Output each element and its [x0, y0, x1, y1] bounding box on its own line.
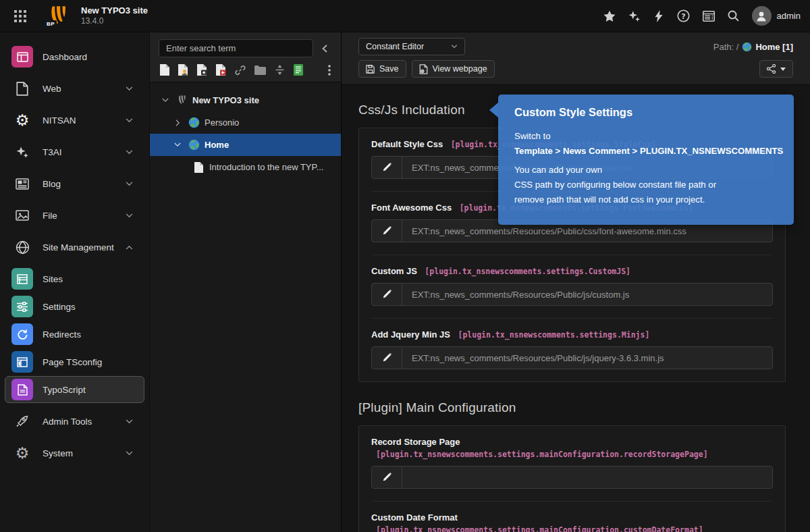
gear-outline-icon: ⚙: [14, 444, 31, 462]
save-label: Save: [379, 64, 399, 74]
system-log-icon[interactable]: [703, 11, 715, 22]
record-storage-page-input[interactable]: [402, 467, 772, 488]
sidebar-item-label: System: [43, 448, 73, 458]
sidebar-item-web[interactable]: Web: [0, 75, 149, 102]
chevron-down-icon: [126, 86, 133, 91]
tree-node-label: Introduction to the new TYP...: [209, 162, 323, 172]
collapse-expand-icon[interactable]: [275, 65, 285, 75]
tree-node-root[interactable]: New TYPO3 site: [150, 89, 341, 111]
app-title-block: New TYPO3 site 13.4.0: [81, 5, 148, 26]
logo-badge: BP: [45, 20, 57, 28]
pencil-edit-icon[interactable]: [372, 220, 402, 242]
page-remove-icon[interactable]: [216, 64, 226, 76]
chevron-down-icon: [451, 45, 458, 49]
tree-node-home[interactable]: Home: [150, 134, 341, 156]
newspaper-icon: [14, 175, 31, 192]
field-label: Default Style Css: [371, 139, 443, 149]
chevron-right-icon[interactable]: [172, 119, 183, 126]
page-plus-icon[interactable]: [197, 64, 207, 76]
sidebar-item-system[interactable]: ⚙ System: [0, 440, 149, 467]
chevron-down-icon: [126, 182, 133, 186]
globe-icon: [14, 238, 31, 256]
sidebar-item-settings[interactable]: Settings: [0, 293, 149, 320]
typo3-logo[interactable]: BP: [46, 4, 70, 28]
sidebar-item-label: NITSAN: [43, 115, 76, 126]
input-group: [371, 466, 773, 489]
sidebar-item-admin-tools[interactable]: Admin Tools: [0, 408, 149, 435]
avatar: [752, 6, 772, 26]
new-page-user-icon[interactable]: [178, 64, 188, 76]
path-prefix: Path: /: [713, 42, 739, 52]
sidebar-item-site-management[interactable]: Site Management: [0, 234, 149, 261]
tree-node-introduction[interactable]: Introduction to the new TYP...: [150, 156, 341, 178]
field-label: Custom Date Format: [371, 512, 458, 523]
pencil-edit-icon[interactable]: [372, 157, 402, 178]
bookmark-star-icon[interactable]: [603, 10, 616, 22]
input-group: [371, 346, 773, 369]
field-label: Record Storage Page: [371, 437, 460, 447]
sidebar-item-file[interactable]: File: [0, 202, 149, 229]
tree-node-personio[interactable]: Personio: [150, 111, 341, 134]
chevron-down-icon: [126, 213, 133, 218]
pencil-edit-icon[interactable]: [372, 347, 402, 369]
sidebar-item-blog[interactable]: Blog: [0, 170, 149, 197]
section-title-plugin: [Plugin] Main Configuration: [358, 400, 786, 415]
globe-page-icon: [742, 42, 752, 52]
chevron-down-icon: [126, 451, 133, 456]
tooltip-line-switch: Switch to: [514, 129, 778, 144]
share-nodes-icon: [767, 64, 776, 74]
clear-cache-bolt-icon[interactable]: [653, 10, 664, 22]
share-button[interactable]: [759, 60, 793, 78]
sidebar-item-sites[interactable]: Sites: [0, 265, 149, 292]
sidebar-item-label: Site Management: [43, 242, 114, 252]
help-icon[interactable]: ?: [677, 9, 690, 22]
chevron-down-icon[interactable]: [160, 98, 171, 103]
module-mode-select[interactable]: Constant Editor: [358, 38, 465, 55]
link-icon[interactable]: [235, 65, 246, 76]
chevron-down-icon: [126, 118, 133, 123]
field-jquery-min-js: Add Jquery Min JS [plugin.tx_nsnewscomme…: [371, 318, 773, 381]
sidebar-item-redirects[interactable]: Redirects: [0, 321, 149, 348]
sidebar-item-t3ai[interactable]: T3AI: [0, 138, 149, 165]
sidebar-item-label: Sites: [43, 274, 63, 284]
tree-search-input[interactable]: [159, 39, 313, 57]
sidebar-item-typoscript[interactable]: TypoScript: [5, 376, 144, 403]
sliders-icon: [11, 296, 33, 317]
log-document-icon[interactable]: [294, 64, 303, 76]
sidebar-item-dashboard[interactable]: Dashboard: [0, 43, 149, 70]
pencil-edit-icon[interactable]: [372, 284, 402, 305]
sidebar-item-label: File: [43, 211, 57, 221]
custom-js-input[interactable]: [402, 284, 772, 305]
tree-node-label: New TYPO3 site: [192, 95, 259, 105]
view-webpage-button[interactable]: View webpage: [412, 60, 495, 78]
fieldset-main-configuration: Record Storage Page [plugin.tx_nsnewscom…: [358, 425, 786, 532]
field-record-storage-page: Record Storage Page [plugin.tx_nsnewscom…: [371, 426, 773, 501]
new-page-icon[interactable]: [160, 64, 169, 76]
tooltip-line-remove: remove path that will not add css in you…: [514, 192, 778, 207]
folder-icon[interactable]: [254, 65, 266, 75]
pencil-edit-icon[interactable]: [372, 467, 402, 488]
search-icon[interactable]: [728, 10, 739, 22]
sidebar-item-label: Admin Tools: [43, 417, 92, 427]
field-label: Custom JS: [371, 266, 417, 276]
chevron-down-icon[interactable]: [172, 142, 183, 147]
page-tree: New TYPO3 site Personio: [150, 82, 341, 532]
collapse-tree-icon[interactable]: [317, 39, 332, 57]
kebab-menu-icon[interactable]: [328, 65, 331, 76]
user-menu[interactable]: admin: [752, 6, 801, 26]
tree-toolbar: [150, 32, 341, 82]
save-icon: [366, 65, 375, 74]
document-body: Css/Js Includation Default Style Css [pl…: [342, 85, 810, 532]
sparkles-icon[interactable]: [628, 10, 641, 22]
sparkles-icon: [14, 143, 31, 161]
module-grid-icon[interactable]: [9, 5, 31, 27]
tooltip-line-path: Template > News Comment > PLUGIN.TX_NSNE…: [514, 144, 778, 159]
image-icon: [14, 207, 31, 224]
save-button[interactable]: Save: [358, 60, 406, 78]
sidebar-item-page-tsconfig[interactable]: Page TSconfig: [0, 348, 149, 375]
svg-text:?: ?: [681, 12, 685, 21]
sidebar-item-nitsan[interactable]: ⚙ NITSAN: [0, 107, 149, 134]
jquery-min-js-input[interactable]: [402, 347, 772, 369]
path-page[interactable]: Home [1]: [755, 42, 793, 52]
dashboard-icon: [11, 46, 33, 68]
